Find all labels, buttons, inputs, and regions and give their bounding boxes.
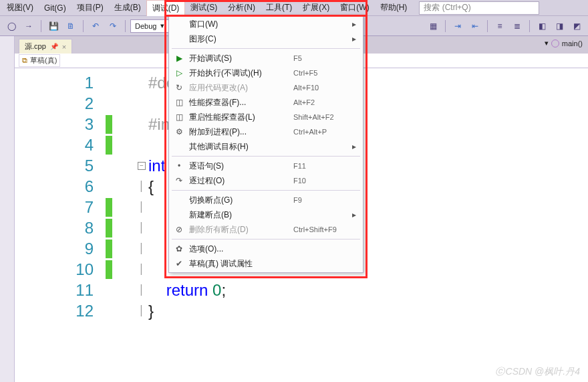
- watermark-icon: ⓒ: [495, 366, 504, 378]
- saveall-icon[interactable]: 🗎: [63, 19, 78, 33]
- func-label: main(): [562, 39, 583, 47]
- menu-item[interactable]: ✔草稿(真) 调试属性: [169, 256, 363, 271]
- menu-shortcut: Alt+F2: [293, 98, 352, 106]
- menu-item[interactable]: 图形(C)▸: [169, 31, 363, 46]
- menu-item-icon: ↻: [173, 83, 185, 92]
- menu-item-icon: ⚙: [173, 127, 185, 136]
- func-dropdown[interactable]: ▾ main(): [545, 39, 583, 47]
- nav-back-icon[interactable]: ◯: [4, 19, 19, 33]
- menu-item[interactable]: ↷逐过程(O)F10: [169, 173, 363, 188]
- menu-view[interactable]: 视图(V): [1, 0, 39, 15]
- menu-shortcut: F10: [293, 177, 352, 185]
- menu-shortcut: Shift+Alt+F2: [293, 113, 352, 121]
- menu-item-label: 重启性能探查器(L): [185, 112, 293, 123]
- menu-item-icon: ↷: [173, 176, 185, 185]
- menu-item-icon: ◫: [173, 112, 185, 122]
- menu-item[interactable]: ⚙附加到进程(P)...Ctrl+Alt+P: [169, 124, 363, 139]
- menu-item-icon: ▷: [173, 68, 185, 78]
- separator: [445, 20, 446, 32]
- save-icon[interactable]: 💾: [46, 19, 61, 33]
- menu-shortcut: F9: [293, 196, 352, 204]
- menu-item-label: 选项(O)...: [185, 244, 293, 255]
- tb-uncomment-icon[interactable]: ≣: [510, 19, 525, 33]
- menu-item[interactable]: ◫性能探查器(F)...Alt+F2: [169, 95, 363, 110]
- project-icon: ⧉: [22, 56, 27, 65]
- tb-bookmark2-icon[interactable]: ◨: [552, 19, 567, 33]
- config-dropdown[interactable]: Debug▾: [130, 19, 169, 33]
- side-gutter: [0, 36, 15, 382]
- tb-outdent-icon[interactable]: ⇤: [468, 19, 482, 33]
- menu-shortcut: Ctrl+Shift+F9: [293, 225, 352, 233]
- menu-item-icon: •: [173, 161, 185, 171]
- watermark-text: CSDN @枫叶.丹4: [506, 366, 580, 378]
- menu-item-label: 窗口(W): [185, 19, 293, 30]
- menu-item[interactable]: ◫重启性能探查器(L)Shift+Alt+F2: [169, 110, 363, 124]
- menu-item-label: 性能探查器(F)...: [185, 97, 293, 108]
- menu-item[interactable]: 切换断点(G)F9: [169, 193, 363, 207]
- pin-icon[interactable]: 📌: [50, 43, 58, 50]
- menu-item: ↻应用代码更改(A)Alt+F10: [169, 80, 363, 95]
- line-numbers: 123456789101112: [15, 68, 102, 382]
- search-input[interactable]: 搜索 (Ctrl+Q): [419, 1, 539, 15]
- separator: [41, 20, 41, 32]
- nav-fwd-icon[interactable]: →: [21, 19, 36, 33]
- submenu-arrow-icon: ▸: [352, 19, 359, 29]
- menu-shortcut: F11: [293, 162, 352, 170]
- tb-icon2[interactable]: ◩: [569, 19, 584, 33]
- menu-item-icon: ✔: [173, 259, 185, 268]
- menu-item[interactable]: ✿选项(O)...: [169, 242, 363, 256]
- menu-item-icon: ✿: [173, 244, 185, 254]
- menu-item[interactable]: •逐语句(S)F11: [169, 159, 363, 173]
- separator: [83, 20, 84, 32]
- menu-project[interactable]: 项目(P): [71, 0, 109, 15]
- submenu-arrow-icon: ▸: [352, 142, 359, 151]
- dropdown-arrow-icon: ▾: [545, 39, 549, 47]
- menu-shortcut: Ctrl+Alt+P: [293, 128, 352, 136]
- menu-build[interactable]: 生成(B): [109, 0, 146, 15]
- menu-item[interactable]: 其他调试目标(H)▸: [169, 139, 363, 154]
- watermark: ⓒ CSDN @枫叶.丹4: [495, 366, 580, 378]
- redo-icon[interactable]: ↷: [106, 19, 120, 33]
- scope-label: 草稿(真): [30, 56, 57, 66]
- tb-icon[interactable]: ▦: [426, 19, 440, 33]
- menu-separator: [172, 156, 360, 157]
- change-indicator: [102, 68, 135, 382]
- menu-item-label: 附加到进程(P)...: [185, 126, 293, 138]
- menu-help[interactable]: 帮助(H): [375, 0, 413, 15]
- menu-item[interactable]: ▷开始执行(不调试)(H)Ctrl+F5: [169, 66, 363, 80]
- menu-item[interactable]: 窗口(W)▸: [169, 17, 363, 31]
- scope-dropdown[interactable]: ⧉ 草稿(真): [19, 54, 60, 67]
- menu-item: ⊘删除所有断点(D)Ctrl+Shift+F9: [169, 222, 363, 237]
- menu-item-label: 开始执行(不调试)(H): [185, 68, 293, 79]
- menu-window[interactable]: 窗口(W): [335, 0, 374, 15]
- func-icon: [551, 39, 559, 47]
- menu-item-icon: ▶: [173, 54, 185, 63]
- menu-test[interactable]: 测试(S): [185, 0, 223, 15]
- fold-column: −│││││││: [135, 68, 148, 382]
- menu-separator: [172, 48, 360, 49]
- separator: [487, 20, 488, 32]
- tb-comment-icon[interactable]: ≡: [492, 19, 507, 33]
- menu-item-label: 逐过程(O): [185, 175, 293, 187]
- tb-indent-icon[interactable]: ⇥: [450, 19, 465, 33]
- menu-item[interactable]: ▶开始调试(S)F5: [169, 51, 363, 66]
- menu-tools[interactable]: 工具(T): [261, 0, 297, 15]
- menu-analyze[interactable]: 分析(N): [223, 0, 261, 15]
- tb-bookmark-icon[interactable]: ◧: [535, 19, 549, 33]
- menu-item-label: 草稿(真) 调试属性: [185, 258, 293, 270]
- menu-item-label: 应用代码更改(A): [185, 82, 293, 94]
- menu-shortcut: F5: [293, 54, 352, 62]
- undo-icon[interactable]: ↶: [88, 19, 103, 33]
- menu-item[interactable]: 新建断点(B)▸: [169, 207, 363, 222]
- menu-item-label: 删除所有断点(D): [185, 224, 293, 235]
- menu-item-icon: ⊘: [173, 225, 185, 234]
- file-tab[interactable]: 源.cpp 📌 ×: [19, 39, 72, 54]
- menu-git[interactable]: Git(G): [39, 1, 71, 15]
- menu-item-icon: ◫: [173, 98, 185, 107]
- menu-item-label: 新建断点(B): [185, 209, 293, 221]
- separator: [125, 20, 126, 32]
- menu-separator: [172, 239, 360, 240]
- close-icon[interactable]: ×: [62, 43, 66, 51]
- menu-ext[interactable]: 扩展(X): [297, 0, 335, 15]
- menu-debug[interactable]: 调试(D): [146, 0, 186, 16]
